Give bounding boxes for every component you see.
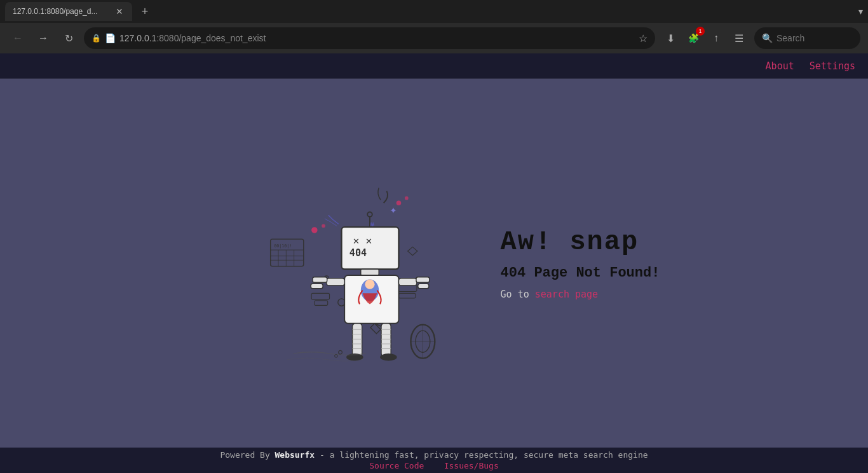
- tagline-text: - a lightening fast, privacy respecting,…: [320, 450, 648, 460]
- forward-button[interactable]: →: [33, 28, 53, 48]
- url-path: :8080/page_does_not_exist: [156, 33, 266, 43]
- main-content: # ✦ 00|10|!: [0, 79, 868, 448]
- svg-text:✕: ✕: [352, 236, 359, 246]
- svg-point-55: [338, 350, 342, 354]
- svg-text:✦: ✦: [390, 202, 397, 216]
- reload-button[interactable]: ↻: [58, 28, 79, 48]
- tab-dropdown-button[interactable]: ▾: [858, 6, 863, 17]
- browser-search-bar[interactable]: 🔍: [754, 27, 860, 49]
- menu-button[interactable]: ☰: [729, 28, 749, 48]
- svg-point-30: [365, 280, 374, 289]
- page-info-icon: 📄: [105, 33, 116, 43]
- back-button[interactable]: ←: [8, 28, 28, 48]
- svg-rect-36: [417, 284, 428, 289]
- svg-point-0: [396, 200, 401, 205]
- brand-name: Websurfx: [275, 450, 315, 460]
- download-icon: ⬇: [667, 32, 675, 45]
- new-tab-button[interactable]: +: [136, 3, 154, 20]
- browser-chrome: 127.0.0.1:8080/page_d... ✕ + ▾ ← → ↻ 🔒 📄…: [0, 0, 868, 53]
- svg-text:404: 404: [349, 247, 366, 259]
- app-nav: About Settings: [0, 53, 868, 79]
- svg-rect-27: [360, 269, 378, 275]
- svg-marker-57: [407, 247, 417, 255]
- source-code-link[interactable]: Source Code: [369, 461, 424, 470]
- error-text-area: Aw! snap 404 Page Not Found! Go to searc…: [501, 227, 660, 300]
- search-icon: 🔍: [762, 33, 773, 43]
- svg-rect-44: [381, 324, 391, 357]
- issues-link[interactable]: Issues/Bugs: [444, 461, 499, 470]
- footer-line2: Source Code Issues/Bugs: [369, 461, 499, 470]
- svg-rect-35: [416, 277, 430, 283]
- svg-text:✕: ✕: [365, 236, 372, 246]
- extension-button-wrap: 🧩 1: [683, 28, 703, 48]
- svg-text:00|10|!: 00|10|!: [274, 243, 292, 249]
- error-go-to-text: Go to search page: [501, 289, 660, 300]
- nav-links: About Settings: [766, 60, 855, 72]
- robot-illustration: # ✦ 00|10|!: [208, 161, 463, 365]
- robot-svg: # ✦ 00|10|!: [221, 165, 450, 362]
- svg-rect-17: [314, 301, 327, 306]
- address-bar: ← → ↻ 🔒 📄 127.0.0.1:8080/page_does_not_e…: [0, 23, 868, 53]
- svg-rect-33: [311, 284, 323, 289]
- download-button[interactable]: ⬇: [660, 28, 681, 48]
- url-bar[interactable]: 🔒 📄 127.0.0.1:8080/page_does_not_exist ☆: [84, 27, 655, 49]
- powered-by-text: Powered By: [220, 450, 269, 460]
- svg-point-50: [380, 353, 397, 360]
- settings-link[interactable]: Settings: [810, 60, 855, 72]
- url-host: 127.0.0.1: [119, 33, 156, 43]
- svg-rect-34: [398, 278, 416, 285]
- security-icon: 🔒: [92, 34, 101, 43]
- svg-rect-16: [311, 293, 329, 299]
- svg-rect-31: [326, 278, 344, 285]
- svg-rect-37: [352, 324, 362, 357]
- go-to-label: Go to: [501, 289, 529, 300]
- tab-title: 127.0.0.1:8080/page_d...: [13, 7, 109, 16]
- footer: Powered By Websurfx - a lightening fast,…: [0, 448, 868, 473]
- about-link[interactable]: About: [766, 60, 794, 72]
- menu-icon: ☰: [735, 32, 743, 45]
- bookmark-button[interactable]: ☆: [639, 32, 648, 45]
- browser-actions: ⬇ 🧩 1 ↑ ☰: [660, 28, 749, 48]
- error-title: Aw! snap: [501, 227, 660, 257]
- error-subtitle: 404 Page Not Found!: [501, 265, 660, 281]
- svg-point-26: [367, 212, 372, 217]
- tab-bar: 127.0.0.1:8080/page_d... ✕ + ▾: [0, 0, 868, 23]
- footer-line1: Powered By Websurfx - a lightening fast,…: [220, 450, 648, 460]
- search-page-link[interactable]: search page: [535, 289, 598, 300]
- svg-point-2: [311, 227, 317, 233]
- share-button[interactable]: ↑: [706, 28, 726, 48]
- url-display: 127.0.0.1:8080/page_does_not_exist: [119, 33, 635, 43]
- tab-close-button[interactable]: ✕: [114, 6, 125, 17]
- share-icon: ↑: [714, 32, 719, 44]
- extension-badge: 1: [696, 27, 705, 36]
- svg-rect-15: [398, 293, 416, 298]
- search-input[interactable]: [776, 33, 853, 43]
- svg-rect-32: [313, 277, 327, 283]
- svg-point-1: [405, 196, 409, 200]
- svg-point-3: [322, 224, 325, 228]
- active-tab[interactable]: 127.0.0.1:8080/page_d... ✕: [5, 2, 132, 21]
